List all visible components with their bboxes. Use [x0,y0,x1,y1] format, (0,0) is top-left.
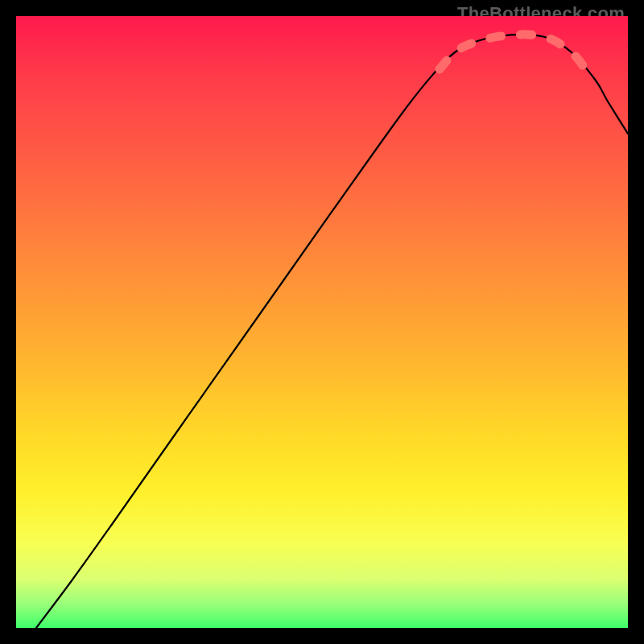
optimal-region-dashes [440,35,586,70]
chart-frame: TheBottleneck.com [0,0,644,644]
chart-svg [16,16,628,628]
bottleneck-curve [36,35,628,628]
plot-area [16,16,628,628]
